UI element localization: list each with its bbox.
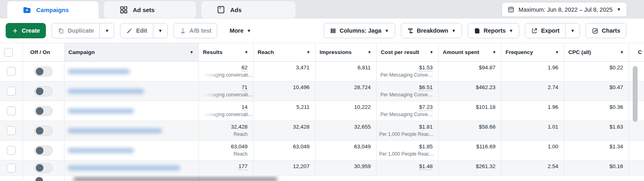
results-value: 71 — [242, 84, 248, 91]
off-on-header-label: Off / On — [30, 49, 50, 55]
tab-campaigns[interactable]: Campaigns — [7, 1, 99, 19]
campaign-name-redacted[interactable] — [68, 108, 134, 114]
results-value: 177 — [238, 163, 248, 170]
ads-card-icon — [217, 5, 225, 14]
campaign-toggle-off[interactable] — [34, 126, 53, 136]
cpc-value: $0.16 — [609, 163, 623, 169]
reach-value: 5,211 — [296, 104, 310, 110]
campaign-name-cell — [64, 101, 199, 121]
cpc-header-label: CPC (all) — [568, 49, 591, 55]
campaign-name-redacted[interactable] — [68, 148, 134, 153]
cost-header-label: Cost per result — [381, 49, 419, 55]
charts-button[interactable]: Charts — [586, 23, 626, 38]
column-header-campaign[interactable]: Campaign▼ — [64, 43, 199, 61]
duplicate-dropdown-button[interactable]: ▼ — [99, 23, 114, 38]
more-button[interactable]: More ▼ — [227, 27, 254, 34]
column-header-frequency[interactable]: Frequency▼ — [502, 43, 564, 61]
row-checkbox[interactable] — [7, 106, 16, 115]
row-checkbox[interactable] — [7, 67, 16, 76]
results-sublabel: Messaging conversati… — [201, 72, 248, 78]
toolbar: Create Duplicate ▼ Edit ▼ A/B test — [0, 19, 644, 43]
create-button[interactable]: Create — [6, 23, 46, 38]
reach-cell: 5,211 — [254, 101, 316, 121]
campaign-toggle-off[interactable] — [34, 146, 53, 156]
toggle-knob — [36, 127, 43, 135]
campaign-name-cell — [64, 141, 199, 160]
column-header-impressions[interactable]: Impressions▼ — [316, 43, 377, 61]
columns-button[interactable]: Columns: Jaga ▼ — [324, 23, 395, 38]
row-checkbox[interactable] — [7, 126, 16, 135]
select-all-checkbox-cell — [0, 43, 23, 61]
column-header-cost-per-result[interactable]: Cost per result▼ — [377, 43, 439, 61]
clipped-column-cell — [629, 141, 644, 160]
create-label: Create — [22, 27, 40, 34]
date-range-button[interactable]: Maximum: Jun 8, 2022 – Jul 8, 2025 ▼ — [502, 2, 627, 17]
chevron-down-icon: ▼ — [247, 29, 251, 33]
frequency-value: 1.96 — [548, 64, 558, 71]
cost-per-result-sublabel: Per 1,000 People Reac… — [379, 131, 433, 137]
edit-button[interactable]: Edit — [120, 23, 153, 38]
tab-ad-sets[interactable]: Ad sets — [104, 1, 196, 18]
sort-caret-icon: ▼ — [620, 50, 624, 54]
campaign-toggle-off[interactable] — [34, 163, 53, 173]
row-checkbox[interactable] — [7, 87, 16, 96]
impressions-cell: 32,655 — [316, 121, 377, 140]
partial-toggle-knob[interactable] — [35, 177, 43, 181]
chevron-down-icon: ▼ — [617, 7, 621, 12]
sort-caret-icon: ▼ — [190, 50, 194, 54]
amount-spent-value: $462.23 — [476, 84, 495, 90]
toolbar-right-group: Columns: Jaga ▼ Breakdown ▼ Reports ▼ Ex… — [324, 23, 626, 38]
select-all-checkbox[interactable] — [4, 48, 13, 57]
partial-campaign-row — [0, 176, 644, 181]
results-cell: 177 — [199, 160, 254, 175]
campaign-toggle-off[interactable] — [34, 67, 53, 77]
campaign-name-redacted[interactable] — [68, 69, 130, 74]
column-header-cpc[interactable]: CPC (all)▼ — [564, 43, 629, 61]
row-checkbox[interactable] — [7, 164, 16, 173]
campaign-name-cell — [64, 81, 199, 101]
ad-sets-grid-icon — [119, 5, 128, 14]
campaign-toggle-off[interactable] — [34, 86, 53, 96]
date-range-label: Maximum: Jun 8, 2022 – Jul 8, 2025 — [518, 6, 613, 13]
column-header-amount-spent[interactable]: Amount spent▼ — [439, 43, 502, 61]
flask-icon — [180, 27, 186, 34]
row-checkbox-cell — [0, 141, 23, 160]
row-checkbox[interactable] — [7, 146, 16, 155]
campaign-name-redacted[interactable] — [68, 165, 180, 171]
sort-caret-icon: ▼ — [492, 50, 496, 54]
campaign-name-cell — [64, 62, 199, 81]
chevron-down-icon: ▼ — [452, 29, 456, 33]
breakdown-button[interactable]: Breakdown ▼ — [401, 23, 462, 38]
campaign-row: 71 Messaging conversati… 10,496 28,724 $… — [0, 81, 644, 101]
ab-test-button[interactable]: A/B test — [173, 23, 218, 38]
vertical-scrollbar-thumb[interactable] — [633, 66, 638, 122]
tab-ads[interactable]: Ads — [201, 1, 295, 18]
duplicate-button[interactable]: Duplicate — [52, 23, 99, 38]
edit-dropdown-button[interactable]: ▼ — [153, 23, 167, 38]
export-label: Export — [541, 27, 559, 34]
campaign-toggle-off[interactable] — [34, 106, 53, 116]
export-icon — [531, 27, 538, 34]
ab-test-label: A/B test — [190, 27, 212, 34]
column-header-results[interactable]: Results▼ — [199, 43, 254, 61]
row-checkbox-cell — [0, 101, 23, 121]
cost-per-result-cell: $6.51 Per Messaging Conve… — [377, 81, 439, 101]
column-header-clipped[interactable]: C — [629, 43, 644, 61]
results-value: 14 — [242, 104, 248, 111]
export-dropdown-button[interactable]: ▼ — [565, 23, 580, 38]
row-toggle-cell — [23, 160, 64, 175]
column-header-off-on: Off / On — [23, 43, 64, 61]
frequency-cell: 1.96 — [502, 101, 564, 121]
row-toggle-cell — [23, 62, 64, 81]
export-button[interactable]: Export — [525, 23, 565, 38]
campaign-name-redacted[interactable] — [68, 89, 144, 94]
campaign-name-redacted[interactable] — [68, 128, 162, 133]
impressions-value: 63,049 — [354, 144, 371, 150]
reports-button[interactable]: Reports ▼ — [468, 23, 520, 38]
impressions-cell: 30,959 — [316, 160, 377, 175]
column-header-reach[interactable]: Reach▼ — [254, 43, 316, 61]
frequency-value: 1.96 — [548, 104, 558, 110]
row-checkbox-cell — [0, 160, 23, 175]
impressions-header-label: Impressions — [320, 49, 352, 55]
campaign-header-label: Campaign — [68, 49, 95, 55]
